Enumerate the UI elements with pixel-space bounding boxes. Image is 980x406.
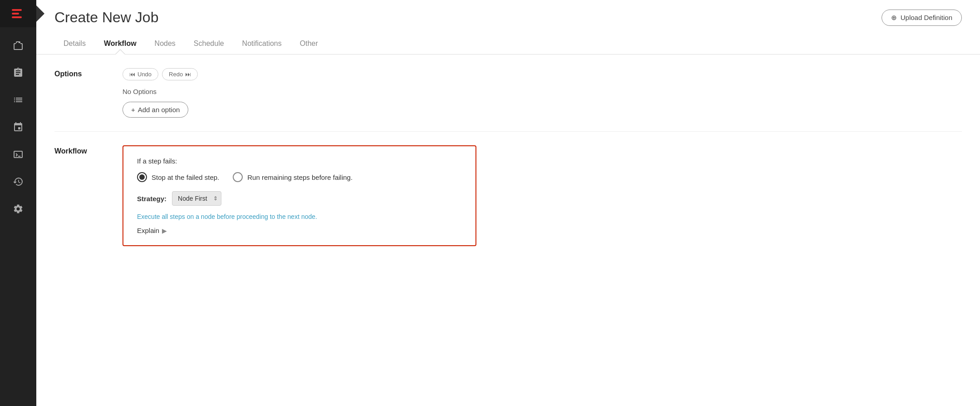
radio-run-label: Run remaining steps before failing. xyxy=(247,173,353,181)
briefcase-icon xyxy=(13,40,24,51)
upload-icon: ⊕ xyxy=(891,14,897,22)
strategy-label: Strategy: xyxy=(137,195,167,203)
sidebar-collapse-arrow xyxy=(36,5,44,22)
explain-arrow-icon: ▶ xyxy=(162,227,167,234)
list-icon xyxy=(13,94,24,105)
tab-bar: Details Workflow Nodes Schedule Notifica… xyxy=(36,35,980,54)
strategy-select-wrapper: Node First Step First Parallel xyxy=(172,191,221,206)
sidebar-nav xyxy=(0,32,36,223)
redo-label: Redo xyxy=(169,71,183,78)
strategy-description: Execute all steps on a node before proce… xyxy=(137,213,462,220)
add-option-label: Add an option xyxy=(138,106,180,114)
options-content: ⏮ Undo Redo ⏭ No Options + Add an option xyxy=(122,68,962,118)
options-label: Options xyxy=(54,68,109,118)
main-content: Create New Job ⊕ Upload Definition Detai… xyxy=(36,0,980,406)
radio-stop-option[interactable]: Stop at the failed step. xyxy=(137,172,219,182)
terminal-icon xyxy=(13,149,24,160)
page-title: Create New Job xyxy=(54,9,158,26)
tab-nodes[interactable]: Nodes xyxy=(146,35,185,54)
history-icon xyxy=(13,176,24,187)
sidebar-item-nodes[interactable] xyxy=(0,114,36,141)
upload-button-label: Upload Definition xyxy=(901,14,952,21)
tab-schedule[interactable]: Schedule xyxy=(185,35,233,54)
undo-label: Undo xyxy=(137,71,152,78)
tab-other[interactable]: Other xyxy=(291,35,327,54)
strategy-row: Strategy: Node First Step First Parallel xyxy=(137,191,462,206)
sidebar xyxy=(0,0,36,406)
undo-redo-bar: ⏮ Undo Redo ⏭ xyxy=(122,68,962,80)
radio-group-fail: Stop at the failed step. Run remaining s… xyxy=(137,172,462,182)
gear-icon xyxy=(13,203,24,214)
radio-stop-label: Stop at the failed step. xyxy=(152,173,219,181)
workflow-content: If a step fails: Stop at the failed step… xyxy=(122,145,962,246)
add-icon: + xyxy=(131,106,135,114)
upload-definition-button[interactable]: ⊕ Upload Definition xyxy=(882,10,962,26)
tab-details[interactable]: Details xyxy=(54,35,95,54)
options-section: Options ⏮ Undo Redo ⏭ No Options + Add a… xyxy=(54,68,962,132)
tab-notifications[interactable]: Notifications xyxy=(233,35,291,54)
explain-row[interactable]: Explain ▶ xyxy=(137,227,462,234)
redo-button[interactable]: Redo ⏭ xyxy=(162,68,198,80)
undo-button[interactable]: ⏮ Undo xyxy=(122,68,158,80)
radio-run-circle xyxy=(233,172,243,182)
sidebar-item-jobs[interactable] xyxy=(0,32,36,59)
workflow-label: Workflow xyxy=(54,145,109,246)
workflow-box: If a step fails: Stop at the failed step… xyxy=(122,145,476,246)
sidebar-logo[interactable] xyxy=(0,0,36,27)
sidebar-item-commands[interactable] xyxy=(0,141,36,168)
brand-logo xyxy=(12,9,22,18)
content-area: Options ⏮ Undo Redo ⏭ No Options + Add a… xyxy=(36,54,980,406)
undo-icon: ⏮ xyxy=(129,71,135,78)
radio-run-option[interactable]: Run remaining steps before failing. xyxy=(233,172,353,182)
explain-label: Explain xyxy=(137,227,159,234)
if-step-fails-text: If a step fails: xyxy=(137,157,462,165)
clipboard-icon xyxy=(13,67,24,78)
sidebar-item-runbook[interactable] xyxy=(0,86,36,114)
sidebar-item-settings[interactable] xyxy=(0,195,36,223)
sidebar-item-activity[interactable] xyxy=(0,59,36,86)
add-option-button[interactable]: + Add an option xyxy=(122,102,188,118)
redo-icon: ⏭ xyxy=(185,71,191,78)
radio-stop-circle xyxy=(137,172,147,182)
page-header: Create New Job ⊕ Upload Definition xyxy=(36,0,980,26)
workflow-section: Workflow If a step fails: Stop at the fa… xyxy=(54,145,962,260)
network-icon xyxy=(13,122,24,133)
no-options-text: No Options xyxy=(122,88,962,95)
tab-workflow[interactable]: Workflow xyxy=(95,35,146,54)
sidebar-item-history[interactable] xyxy=(0,168,36,195)
strategy-select[interactable]: Node First Step First Parallel xyxy=(172,191,221,206)
